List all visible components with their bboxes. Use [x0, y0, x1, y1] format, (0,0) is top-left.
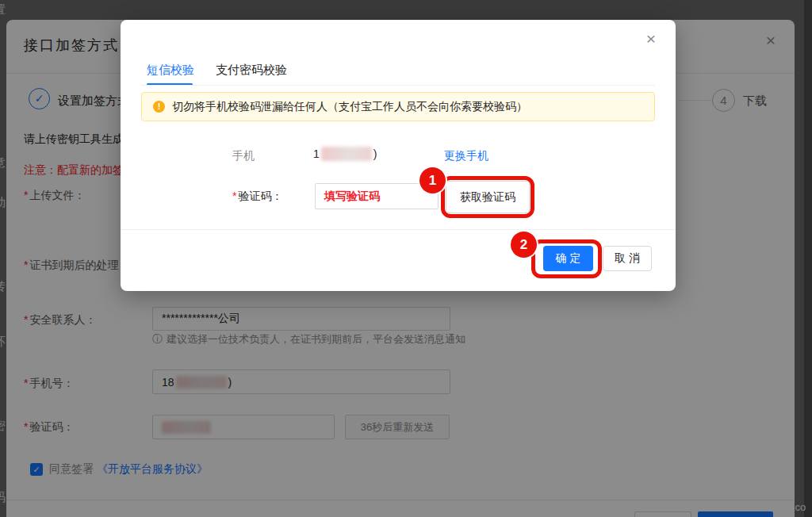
phone-label: 手机 [232, 149, 255, 163]
phone-value-suffix: ) [373, 147, 377, 160]
sms-verification-modal: × 短信校验 支付密码校验 ! 切勿将手机校验码泄漏给任何人（支付宝工作人员不会… [121, 20, 676, 291]
annotation-badge-2: 2 [511, 232, 537, 258]
code-input[interactable]: 填写验证码 [315, 183, 439, 209]
warning-icon: ! [153, 101, 165, 113]
code-label: *验证码： [232, 190, 282, 204]
required-mark: * [232, 190, 236, 202]
masked-phone-value: 1 ) [313, 147, 377, 161]
tab-payment-password-verification[interactable]: 支付密码校验 [216, 63, 287, 78]
tab-sms-verification[interactable]: 短信校验 [147, 63, 194, 78]
change-phone-link[interactable]: 更换手机 [444, 149, 488, 163]
cancel-button[interactable]: 取 消 [603, 246, 652, 271]
redacted-phone [321, 147, 372, 161]
security-alert: ! 切勿将手机校验码泄漏给任何人（支付宝工作人员不会向你索要校验码） [141, 92, 655, 121]
screen: 置 意 动 转 环 密 码 .co 接口加签方式 × ✓ 设置加签方式 4 下载… [0, 0, 812, 517]
annotation-circle-1 [441, 176, 534, 218]
code-placeholder: 填写验证码 [324, 190, 380, 204]
tabs-divider [141, 85, 655, 86]
annotation-badge-1: 1 [419, 167, 446, 193]
alert-text: 切勿将手机校验码泄漏给任何人（支付宝工作人员不会向你索要校验码） [172, 100, 527, 114]
phone-value-prefix: 1 [313, 147, 320, 160]
footer-divider [121, 229, 676, 230]
annotation-circle-2 [531, 239, 602, 278]
close-icon[interactable]: × [642, 29, 661, 48]
